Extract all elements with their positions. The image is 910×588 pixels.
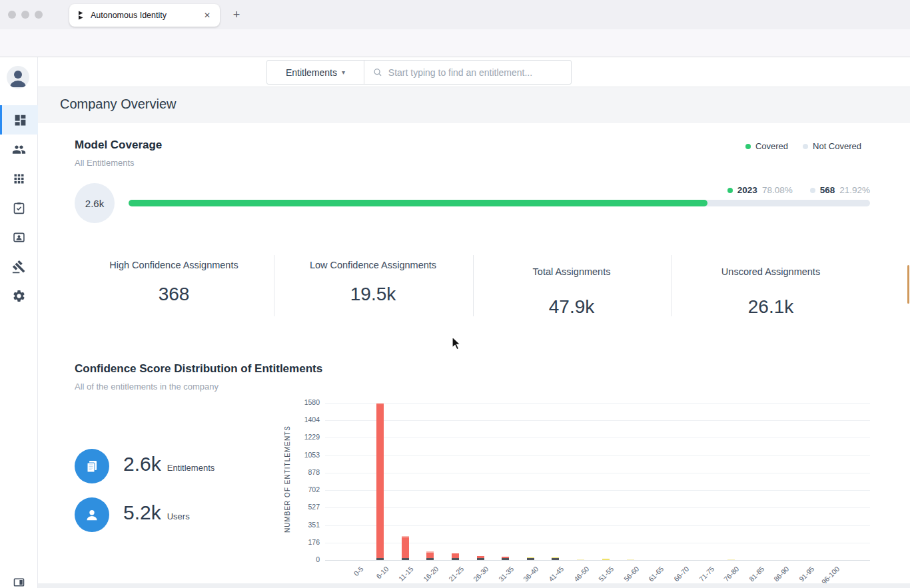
page-title: Company Overview bbox=[60, 97, 177, 112]
stat-low-confidence: Low Confidence Assignments 19.5k bbox=[296, 258, 450, 305]
model-coverage-subtitle: All Entitlements bbox=[75, 158, 135, 168]
forgerock-logo-icon bbox=[76, 11, 85, 20]
bar-base bbox=[426, 558, 434, 560]
y-tick-label: 1229 bbox=[284, 433, 320, 441]
covered-count: 2023 78.08% bbox=[727, 185, 793, 195]
distribution-title: Confidence Score Distribution of Entitle… bbox=[75, 362, 322, 376]
users-icon bbox=[12, 143, 26, 156]
not-covered-dot-icon bbox=[803, 144, 808, 149]
bar-56-60 bbox=[627, 559, 634, 561]
bar-16-20 bbox=[426, 551, 434, 560]
identity-badge-icon bbox=[12, 230, 26, 244]
sidebar-item-dashboard[interactable] bbox=[0, 105, 38, 135]
x-axis-line bbox=[325, 560, 870, 561]
tab-close-icon[interactable]: ✕ bbox=[201, 9, 213, 21]
filter-label: Entitlements bbox=[286, 67, 337, 78]
traffic-light-minimize-button[interactable] bbox=[21, 11, 29, 19]
sidebar-item-applications[interactable] bbox=[0, 164, 38, 193]
sidebar-item-rules[interactable] bbox=[0, 252, 38, 281]
entitlements-summary-icon bbox=[75, 449, 109, 483]
sidebar-item-identities[interactable] bbox=[0, 222, 38, 252]
stat-high-confidence: High Confidence Assignments 368 bbox=[97, 258, 250, 305]
stat-unscored-assignments: Unscored Assignments 26.1k bbox=[694, 258, 847, 318]
not-covered-count: 568 21.92% bbox=[810, 185, 870, 195]
y-tick-label: 1053 bbox=[284, 451, 320, 459]
coverage-legend: Covered Not Covered bbox=[745, 141, 861, 151]
bar-31-35 bbox=[502, 557, 509, 560]
dashboard-icon bbox=[13, 113, 27, 127]
bar-base bbox=[552, 558, 559, 560]
covered-dot-icon bbox=[727, 188, 733, 193]
browser-titlebar: Autonomous Identity ✕ + bbox=[0, 0, 910, 29]
next-section-edge bbox=[38, 583, 910, 588]
mouse-cursor bbox=[452, 336, 464, 351]
sidebar-collapse-toggle[interactable] bbox=[0, 567, 38, 588]
bar-46-50 bbox=[577, 559, 584, 561]
sidebar-item-users[interactable] bbox=[0, 135, 38, 164]
sidebar-item-settings[interactable] bbox=[0, 281, 38, 310]
sidebar-item-certifications[interactable] bbox=[0, 193, 38, 222]
avatar[interactable] bbox=[7, 66, 29, 89]
coverage-progress-bar bbox=[129, 200, 870, 206]
browser-tab[interactable]: Autonomous Identity ✕ bbox=[69, 4, 220, 27]
bar-11-15 bbox=[402, 536, 409, 560]
gridline bbox=[325, 403, 870, 404]
clipboard-check-icon bbox=[12, 201, 26, 215]
chevron-down-icon: ▾ bbox=[342, 69, 345, 76]
bar-base bbox=[527, 558, 534, 560]
coverage-progress-fill bbox=[129, 200, 707, 206]
bar-41-45 bbox=[552, 557, 559, 560]
y-tick-label: 878 bbox=[284, 468, 320, 476]
new-tab-button[interactable]: + bbox=[228, 7, 244, 23]
y-tick-label: 351 bbox=[284, 521, 320, 529]
traffic-light-close-button[interactable] bbox=[8, 11, 16, 19]
not-covered-dot-icon bbox=[810, 188, 815, 193]
gridline bbox=[325, 490, 870, 491]
y-tick-label: 527 bbox=[284, 503, 320, 511]
total-entitlements-badge: 2.6k bbox=[75, 183, 115, 223]
documents-icon bbox=[84, 458, 100, 474]
tab-title: Autonomous Identity bbox=[91, 11, 196, 20]
bar-36-40 bbox=[527, 557, 534, 560]
bar-cap bbox=[376, 403, 384, 404]
bar-base bbox=[452, 558, 459, 560]
page-title-band: Company Overview bbox=[38, 87, 910, 123]
y-tick-label: 0 bbox=[284, 555, 320, 563]
covered-dot-icon bbox=[745, 144, 751, 149]
stat-divider bbox=[274, 255, 274, 316]
y-tick-label: 1580 bbox=[284, 398, 320, 406]
y-tick-label: 702 bbox=[284, 485, 320, 493]
sidebar-collapse-icon bbox=[12, 575, 26, 588]
search-icon bbox=[373, 67, 382, 77]
bar-76-80 bbox=[727, 559, 735, 561]
bar-51-55 bbox=[602, 559, 610, 560]
stat-total-assignments: Total Assignments 47.9k bbox=[495, 258, 648, 318]
bar-base bbox=[502, 558, 509, 560]
gridline bbox=[325, 473, 870, 473]
bar-base bbox=[402, 558, 409, 560]
bar-cap bbox=[402, 536, 409, 537]
legend-not-covered: Not Covered bbox=[803, 141, 861, 151]
bar-cap bbox=[426, 551, 434, 553]
gridline bbox=[325, 525, 870, 526]
distribution-subtitle: All of the entitlements in the company bbox=[75, 382, 219, 392]
gridline bbox=[325, 507, 870, 508]
app-topbar: Entitlements ▾ bbox=[38, 57, 910, 87]
confidence-distribution-chart: 017635152770287810531229140415800-56-101… bbox=[325, 398, 870, 586]
scrollbar-thumb[interactable] bbox=[907, 265, 909, 304]
gridline bbox=[325, 455, 870, 456]
gridline bbox=[325, 438, 870, 438]
user-icon bbox=[83, 506, 101, 523]
users-summary: 5.2k Users bbox=[123, 501, 190, 524]
bar-base bbox=[477, 558, 484, 560]
search-filter-dropdown[interactable]: Entitlements ▾ bbox=[267, 61, 364, 84]
chart-plot-area bbox=[325, 398, 870, 560]
apps-grid-icon bbox=[12, 172, 26, 186]
coverage-counts: 2023 78.08% 568 21.92% bbox=[727, 185, 870, 195]
bar-base bbox=[376, 558, 384, 560]
app-sidebar bbox=[0, 57, 38, 588]
search-input[interactable] bbox=[388, 67, 562, 78]
entitlement-search: Entitlements ▾ bbox=[266, 60, 572, 85]
traffic-light-zoom-button[interactable] bbox=[35, 11, 43, 19]
gavel-icon bbox=[12, 260, 26, 274]
